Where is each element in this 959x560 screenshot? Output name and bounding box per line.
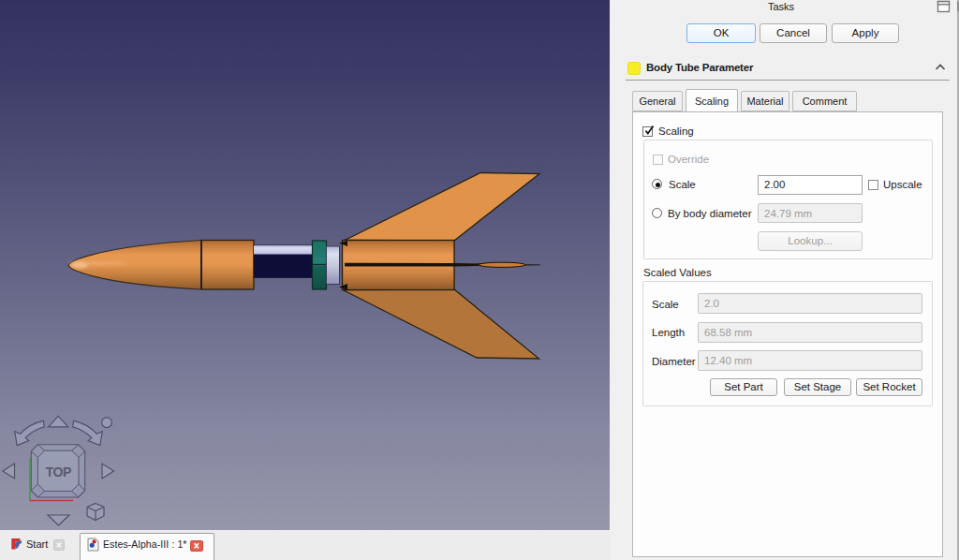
svg-text:TOP: TOP bbox=[46, 464, 71, 479]
